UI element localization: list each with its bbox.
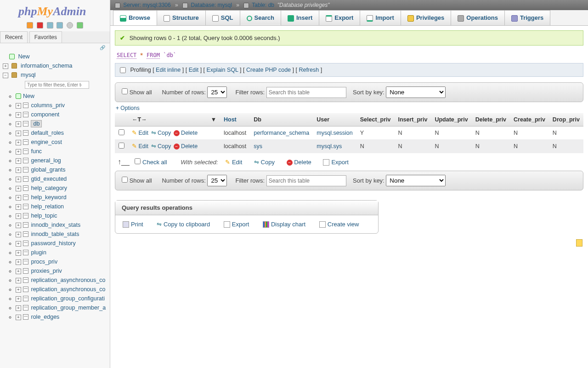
row-edit[interactable]: ✎ Edit bbox=[132, 143, 148, 150]
expand-icon[interactable]: + bbox=[16, 232, 21, 237]
breadcrumb-table[interactable]: Table: db bbox=[252, 2, 274, 8]
tree-table-innodb_table_stats[interactable]: + innodb_table_stats bbox=[16, 230, 108, 239]
bulk-export[interactable]: Export bbox=[323, 159, 349, 166]
profiling-checkbox[interactable] bbox=[120, 67, 126, 73]
row-copy[interactable]: ⇋ Copy bbox=[151, 130, 171, 136]
expand-icon[interactable]: + bbox=[16, 223, 21, 228]
col-update_priv[interactable]: Update_priv bbox=[431, 113, 471, 126]
home-icon[interactable] bbox=[27, 22, 33, 29]
col-select_priv[interactable]: Select_priv bbox=[356, 113, 395, 126]
expand-icon[interactable]: + bbox=[16, 204, 21, 210]
tree-table-gtid_executed[interactable]: + gtid_executed bbox=[16, 174, 108, 184]
tree-table-component[interactable]: + component bbox=[16, 110, 108, 119]
tree-table-procs_priv[interactable]: + procs_priv bbox=[16, 257, 108, 266]
col-drop_priv[interactable]: Drop_priv bbox=[549, 113, 583, 126]
sort-key-select[interactable]: None bbox=[386, 86, 446, 98]
row-checkbox[interactable] bbox=[119, 143, 124, 149]
tree-table-general_log[interactable]: + general_log bbox=[16, 156, 108, 165]
expand-icon[interactable]: + bbox=[16, 278, 21, 283]
tab-operations[interactable]: Operations bbox=[451, 10, 505, 25]
expand-icon[interactable]: + bbox=[16, 177, 21, 182]
num-rows-select-2[interactable]: 25 bbox=[207, 175, 227, 186]
reload-icon[interactable] bbox=[77, 22, 83, 29]
tab-structure[interactable]: Structure bbox=[157, 10, 206, 25]
expand-icon[interactable]: + bbox=[16, 140, 21, 145]
check-all-checkbox[interactable] bbox=[135, 158, 141, 164]
expand-icon[interactable]: + bbox=[16, 287, 21, 293]
tab-search[interactable]: Search bbox=[240, 10, 281, 25]
expand-icon[interactable]: + bbox=[16, 149, 21, 155]
docs-icon[interactable] bbox=[47, 22, 53, 29]
breadcrumb-database[interactable]: Database: mysql bbox=[191, 2, 232, 8]
expand-icon[interactable]: + bbox=[16, 121, 21, 127]
refresh-link[interactable]: Refresh bbox=[299, 67, 319, 73]
tree-table-plugin[interactable]: + plugin bbox=[16, 248, 108, 257]
col-user[interactable]: User bbox=[313, 113, 356, 126]
tree-db-mysql[interactable]: − mysql New+ columns_priv+ component+ db… bbox=[3, 70, 108, 323]
expand-icon[interactable]: + bbox=[16, 213, 21, 219]
favorites-tab[interactable]: Favorites bbox=[29, 31, 62, 43]
collapse-icon[interactable]: − bbox=[3, 73, 8, 78]
tree-table-help_topic[interactable]: + help_topic bbox=[16, 211, 108, 220]
row-delete[interactable]: − Delete bbox=[174, 130, 198, 136]
row-delete[interactable]: − Delete bbox=[174, 143, 198, 150]
tab-insert[interactable]: Insert bbox=[281, 10, 319, 25]
expand-icon[interactable]: + bbox=[16, 296, 21, 302]
tab-export[interactable]: Export bbox=[319, 10, 360, 25]
row-checkbox[interactable] bbox=[119, 129, 124, 135]
export-link[interactable]: Export bbox=[224, 221, 249, 228]
edit-inline-link[interactable]: Edit inline bbox=[156, 67, 181, 73]
show-all-checkbox-2[interactable] bbox=[122, 177, 128, 183]
col-host[interactable]: Host bbox=[220, 113, 250, 126]
tab-privileges[interactable]: Privileges bbox=[401, 10, 451, 25]
row-copy[interactable]: ⇋ Copy bbox=[151, 143, 171, 150]
expand-icon[interactable]: + bbox=[16, 250, 21, 256]
expand-icon[interactable]: + bbox=[3, 63, 8, 69]
gear-icon[interactable] bbox=[67, 22, 73, 29]
tab-sql[interactable]: SQL bbox=[205, 10, 240, 25]
explain-sql-link[interactable]: Explain SQL bbox=[207, 67, 238, 73]
tree-filter-input[interactable] bbox=[25, 81, 89, 89]
create-view-link[interactable]: Create view bbox=[319, 221, 359, 228]
expand-icon[interactable]: + bbox=[16, 195, 21, 201]
expand-icon[interactable]: + bbox=[16, 259, 21, 265]
logout-icon[interactable] bbox=[37, 22, 43, 29]
tree-table-replication_group_configurati[interactable]: + replication_group_configurati bbox=[16, 294, 108, 303]
tree-table-replication_group_member_a[interactable]: + replication_group_member_a bbox=[16, 303, 108, 312]
tree-table-db[interactable]: + db bbox=[16, 119, 108, 128]
expand-icon[interactable]: + bbox=[16, 305, 21, 311]
link-icon[interactable]: 🔗 bbox=[0, 43, 110, 50]
tree-new-table[interactable]: New bbox=[16, 92, 108, 101]
expand-icon[interactable]: + bbox=[16, 241, 21, 247]
row-edit[interactable]: ✎ Edit bbox=[132, 130, 148, 136]
sort-key-select-2[interactable]: None bbox=[386, 175, 446, 186]
tree-db-information-schema[interactable]: + information_schema bbox=[3, 61, 108, 70]
actions-header[interactable]: ←T→ ▼ bbox=[128, 113, 220, 126]
col-db[interactable]: Db bbox=[250, 113, 313, 126]
expand-icon[interactable]: + bbox=[16, 167, 21, 173]
expand-icon[interactable]: + bbox=[16, 315, 21, 320]
col-delete_priv[interactable]: Delete_priv bbox=[472, 113, 510, 126]
tree-table-default_roles[interactable]: + default_roles bbox=[16, 128, 108, 138]
tab-triggers[interactable]: Triggers bbox=[504, 10, 550, 25]
sql-query[interactable]: SELECT * FROM `db` bbox=[115, 50, 583, 63]
tree-table-global_grants[interactable]: + global_grants bbox=[16, 165, 108, 174]
col-insert_priv[interactable]: Insert_priv bbox=[394, 113, 431, 126]
num-rows-select[interactable]: 25 bbox=[207, 86, 227, 98]
copy-clipboard-link[interactable]: ⇋ Copy to clipboard bbox=[157, 221, 210, 228]
tree-table-proxies_priv[interactable]: + proxies_priv bbox=[16, 266, 108, 276]
expand-icon[interactable]: + bbox=[16, 158, 21, 164]
bulk-copy[interactable]: ⇋ Copy bbox=[254, 159, 275, 166]
tree-table-replication_asynchronous_co[interactable]: + replication_asynchronous_co bbox=[16, 276, 108, 285]
expand-icon[interactable]: + bbox=[16, 269, 21, 274]
breadcrumb-server[interactable]: Server: mysql:3306 bbox=[123, 2, 170, 8]
bulk-edit[interactable]: ✎ Edit bbox=[225, 159, 242, 166]
tree-table-replication_asynchronous_co[interactable]: + replication_asynchronous_co bbox=[16, 285, 108, 294]
create-php-link[interactable]: Create PHP code bbox=[246, 67, 291, 73]
bookmark-icon[interactable] bbox=[576, 239, 582, 247]
bulk-delete[interactable]: − Delete bbox=[287, 159, 311, 166]
expand-icon[interactable]: + bbox=[16, 103, 21, 109]
tree-table-columns_priv[interactable]: + columns_priv bbox=[16, 101, 108, 110]
tree-table-help_category[interactable]: + help_category bbox=[16, 184, 108, 193]
tree-new[interactable]: New bbox=[3, 52, 108, 61]
